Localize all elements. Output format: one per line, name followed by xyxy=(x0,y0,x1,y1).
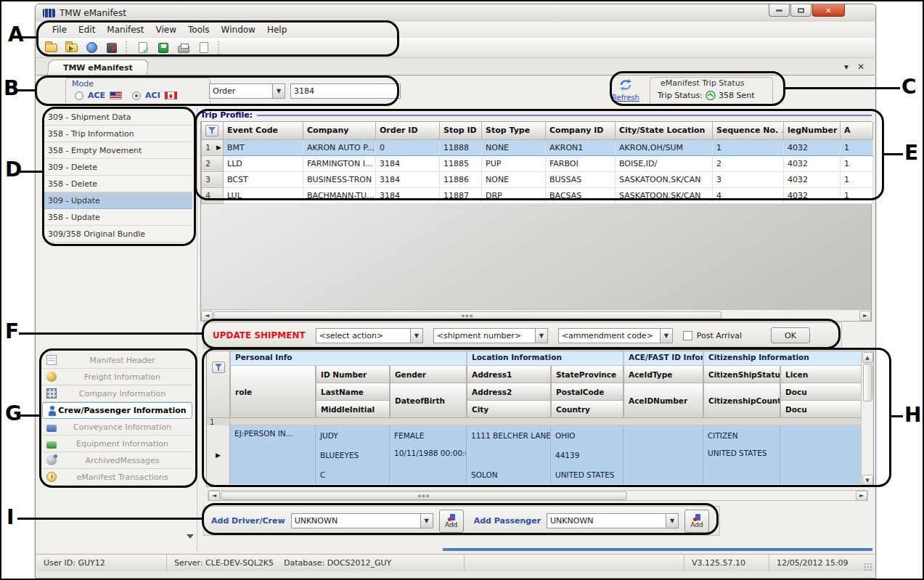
maximize-button[interactable] xyxy=(790,4,811,17)
col-city-state-location[interactable]: City/State Location xyxy=(616,122,713,139)
nav-equipment-information[interactable]: Equipment Information xyxy=(42,436,192,452)
cell[interactable]: 1 xyxy=(841,171,873,187)
resize-grip[interactable] xyxy=(864,563,872,571)
menu-window[interactable]: Window xyxy=(221,25,255,35)
nav-scroll-down-icon[interactable] xyxy=(187,534,194,542)
crew-grid-hscrollbar[interactable]: ◄ ▪▪▪ ► xyxy=(208,490,868,501)
minimize-button[interactable] xyxy=(769,4,790,17)
nav-conveyance-information[interactable]: Conveyance Information xyxy=(42,419,192,436)
msg-item-358-delete[interactable]: 358 - Delete xyxy=(42,176,192,192)
col-sequence-no[interactable]: Sequence No. xyxy=(713,122,784,139)
col-stop-type[interactable]: Stop Type xyxy=(482,122,546,139)
cell-role[interactable]: EJ:PERSON IN... xyxy=(230,425,316,484)
cell[interactable]: 4032 xyxy=(784,155,841,171)
cell[interactable]: 1 xyxy=(713,139,784,155)
cell-postal-code[interactable]: 44139 xyxy=(551,445,624,465)
scroll-left-icon[interactable]: ◄ xyxy=(201,311,213,321)
cell[interactable]: AKRON,OH/SUM xyxy=(616,139,713,155)
col-license[interactable]: Licen xyxy=(780,366,862,383)
msg-item-309-shipment-data[interactable]: 309 - Shipment Data xyxy=(42,109,192,126)
validate-document-button[interactable] xyxy=(134,40,152,56)
cell-license[interactable] xyxy=(780,425,862,484)
col-country[interactable]: Country xyxy=(551,401,624,418)
cell[interactable]: 11887 xyxy=(440,187,482,203)
col-event-code[interactable]: Event Code xyxy=(224,122,303,139)
post-arrival-checkbox[interactable] xyxy=(683,331,692,340)
col-ace-id-type[interactable]: AceIdType xyxy=(624,366,703,383)
col-middle-initial[interactable]: MiddleInitial xyxy=(316,401,390,418)
col-last-name[interactable]: LastName xyxy=(316,383,390,401)
cell-citizenship-status[interactable]: CITIZEN xyxy=(703,425,780,445)
close-button[interactable]: ✕ xyxy=(812,4,845,17)
ok-button[interactable]: OK xyxy=(771,327,810,343)
cell[interactable]: 11888 xyxy=(440,139,482,155)
tab-tmw-emanifest[interactable]: TMW eManifest xyxy=(47,60,149,75)
msg-item-309-358-original-bundle[interactable]: 309/358 Original Bundle xyxy=(42,226,192,242)
row-indicator[interactable]: 2 xyxy=(202,155,224,171)
shipment-number-combo[interactable]: <shipment number>▼ xyxy=(433,328,548,343)
nav-emanifest-transactions[interactable]: eManifest Transactions xyxy=(42,469,192,486)
cell-state-province[interactable]: OHIO xyxy=(551,425,624,445)
col-ace-id-number[interactable]: AceIDNumber xyxy=(624,383,703,418)
msg-item-358-trip-information[interactable]: 358 - Trip Information xyxy=(42,126,192,142)
cell[interactable]: SASKATOON,SK/CAN xyxy=(616,187,713,203)
cell[interactable]: 4032 xyxy=(784,171,841,187)
menu-tools[interactable]: Tools xyxy=(188,25,210,35)
trip-row-2[interactable]: 2 LLD FARMINGTON I... 3184 11885 PUP FAR… xyxy=(202,155,873,171)
tab-close-icon[interactable]: ✕ xyxy=(857,62,864,72)
col-state-province[interactable]: StateProvince xyxy=(551,366,624,383)
col-postal-code[interactable]: PostalCode xyxy=(551,383,624,401)
cell[interactable]: LUL xyxy=(224,187,303,203)
cell[interactable]: NONE xyxy=(482,171,546,187)
cell-address2[interactable] xyxy=(467,445,551,465)
add-passenger-combo[interactable]: UNKNOWN▼ xyxy=(547,513,679,528)
combo-arrow-icon[interactable]: ▼ xyxy=(660,329,672,343)
tab-list-dropdown-icon[interactable]: ▾ xyxy=(844,62,849,72)
cell[interactable]: AKRON AUTO P... xyxy=(303,139,376,155)
cell[interactable]: NONE xyxy=(482,139,546,155)
cell[interactable]: 11885 xyxy=(440,155,482,171)
cell[interactable]: 4 xyxy=(713,187,784,203)
cell[interactable]: 3184 xyxy=(376,171,440,187)
print-button[interactable] xyxy=(175,40,192,56)
cell-gender[interactable]: FEMALE xyxy=(390,425,467,445)
help-button[interactable] xyxy=(83,40,100,56)
scroll-up-icon[interactable]: ▲ xyxy=(862,352,873,363)
msg-item-309-update[interactable]: 309 - Update xyxy=(42,192,192,209)
cell[interactable]: 3 xyxy=(713,171,784,187)
col-address1[interactable]: Address1 xyxy=(467,366,551,383)
col-city[interactable]: City xyxy=(467,401,551,418)
col-role[interactable]: role xyxy=(230,366,316,418)
combo-arrow-icon[interactable]: ▼ xyxy=(420,514,433,528)
cell-country[interactable]: UNITED STATES xyxy=(551,465,624,484)
open-folder-button[interactable] xyxy=(42,40,60,56)
nav-manifest-header[interactable]: Manifest Header xyxy=(42,352,192,369)
combo-arrow-icon[interactable]: ▼ xyxy=(272,84,285,98)
cell[interactable]: DRP xyxy=(482,187,546,203)
cell[interactable]: PUP xyxy=(482,155,546,171)
hscroll-thumb[interactable]: ▪▪▪ xyxy=(213,311,721,320)
col-citizenship-country[interactable]: CitizenshipCountry xyxy=(703,383,780,418)
cell[interactable]: BMT xyxy=(224,139,303,155)
export-folder-button[interactable] xyxy=(62,40,80,56)
col-address2[interactable]: Address2 xyxy=(467,383,551,401)
cell[interactable]: BUSSAS xyxy=(546,171,616,187)
cell[interactable]: BACSAS xyxy=(546,187,616,203)
cell[interactable]: 3184 xyxy=(376,187,440,203)
scroll-down-icon[interactable]: ▼ xyxy=(862,475,873,486)
cell[interactable]: 4032 xyxy=(784,139,841,155)
cell-ace-id-type[interactable] xyxy=(624,425,703,445)
col-leg-number[interactable]: legNumber xyxy=(784,122,841,139)
exit-button[interactable] xyxy=(103,40,120,56)
menu-edit[interactable]: Edit xyxy=(78,25,95,35)
nav-archived-messages[interactable]: ArchivedMessages xyxy=(42,452,192,469)
cell[interactable]: 3184 xyxy=(376,155,440,171)
aci-radio[interactable] xyxy=(132,91,141,100)
cell-citizenship-country[interactable]: UNITED STATES xyxy=(703,445,780,484)
cell[interactable]: 1 xyxy=(841,155,873,171)
select-action-combo[interactable]: <select action>▼ xyxy=(316,328,423,343)
trip-row-1[interactable]: 1▶ BMT AKRON AUTO P... 0 11888 NONE AKRO… xyxy=(202,139,873,155)
menu-view[interactable]: View xyxy=(156,25,176,35)
cell[interactable]: 1 xyxy=(841,139,873,155)
add-driver-crew-combo[interactable]: UNKNOWN▼ xyxy=(291,513,433,528)
